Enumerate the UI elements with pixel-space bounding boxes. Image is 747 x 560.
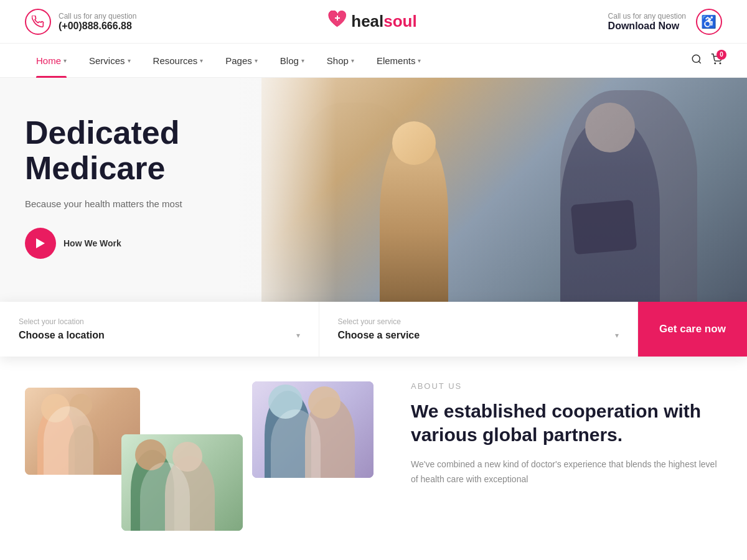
location-field[interactable]: Select your location Choose a location ▾ (0, 302, 319, 357)
location-dropdown-arrow: ▾ (296, 331, 300, 340)
download-info: Call us for any question Download Now (608, 12, 686, 32)
nav-arrow-services: ▾ (128, 57, 131, 64)
nav-item-elements[interactable]: Elements ▾ (365, 44, 433, 78)
service-field[interactable]: Select your service Choose a service ▾ (319, 302, 639, 357)
download-btn-text[interactable]: Download Now (608, 21, 680, 31)
svg-line-3 (698, 61, 700, 63)
logo-text: healsoul (351, 12, 416, 31)
location-value: Choose a location (19, 330, 105, 341)
nav-item-blog[interactable]: Blog ▾ (269, 44, 316, 78)
cart-icon[interactable]: 0 (711, 54, 722, 68)
download-call-label: Call us for any question (608, 12, 686, 21)
hero-title: Dedicated Medicare (25, 115, 182, 186)
hero-section: Dedicated Medicare Because your health m… (0, 78, 747, 302)
nav-item-shop[interactable]: Shop ▾ (316, 44, 365, 78)
about-label: ABOUT US (411, 381, 722, 391)
accessibility-icon[interactable]: ♿ (696, 9, 722, 35)
about-images (25, 381, 386, 531)
call-label: Call us for any question (59, 12, 136, 21)
cta-label: How We Work (63, 238, 121, 248)
nav-item-pages[interactable]: Pages ▾ (214, 44, 269, 78)
svg-point-5 (720, 63, 721, 64)
search-icon[interactable] (691, 54, 702, 68)
service-label: Select your service (338, 317, 619, 326)
about-text: ABOUT US We established cooperation with… (411, 381, 722, 560)
play-button[interactable] (25, 228, 56, 259)
phone-number: (+00)888.666.88 (59, 21, 132, 31)
about-description: We've combined a new kind of doctor's ex… (411, 457, 722, 487)
hero-cta[interactable]: How We Work (25, 228, 182, 259)
svg-point-4 (715, 63, 716, 64)
location-label: Select your location (19, 317, 300, 326)
about-image-2 (121, 434, 243, 531)
location-select-row[interactable]: Choose a location ▾ (19, 330, 300, 341)
logo[interactable]: healsoul (327, 11, 416, 32)
top-bar-left: Call us for any question (+00)888.666.88 (25, 9, 136, 35)
main-nav: Home ▾ Services ▾ Resources ▾ Pages ▾ Bl… (0, 44, 747, 78)
service-dropdown-arrow: ▾ (615, 331, 619, 340)
nav-arrow-elements: ▾ (418, 57, 421, 64)
get-care-button[interactable]: Get care now (638, 302, 747, 357)
hero-subtitle: Because your health matters the most (25, 198, 182, 209)
hero-content: Dedicated Medicare Because your health m… (25, 115, 182, 259)
service-select-row[interactable]: Choose a service ▾ (338, 330, 619, 341)
nav-arrow-pages: ▾ (255, 57, 258, 64)
top-bar-right: Call us for any question Download Now ♿ (608, 9, 722, 35)
logo-heart-icon (327, 11, 347, 32)
about-heading: We established cooperation with various … (411, 399, 722, 446)
about-section: ABOUT US We established cooperation with… (0, 357, 747, 560)
nav-item-services[interactable]: Services ▾ (78, 44, 142, 78)
nav-item-resources[interactable]: Resources ▾ (142, 44, 215, 78)
nav-arrow-home: ▾ (63, 57, 67, 64)
top-bar: Call us for any question (+00)888.666.88… (0, 0, 747, 44)
nav-arrow-resources: ▾ (200, 57, 203, 64)
nav-arrow-blog: ▾ (301, 57, 304, 64)
nav-item-home[interactable]: Home ▾ (25, 44, 78, 78)
service-value: Choose a service (338, 330, 420, 341)
call-info: Call us for any question (+00)888.666.88 (59, 12, 136, 32)
about-image-3 (252, 381, 374, 478)
search-bar: Select your location Choose a location ▾… (0, 302, 747, 357)
cart-badge: 0 (716, 50, 726, 60)
nav-arrow-shop: ▾ (351, 57, 354, 64)
nav-icons: 0 (691, 54, 722, 68)
svg-marker-6 (36, 238, 45, 248)
phone-icon (25, 9, 51, 35)
svg-point-2 (692, 55, 700, 62)
